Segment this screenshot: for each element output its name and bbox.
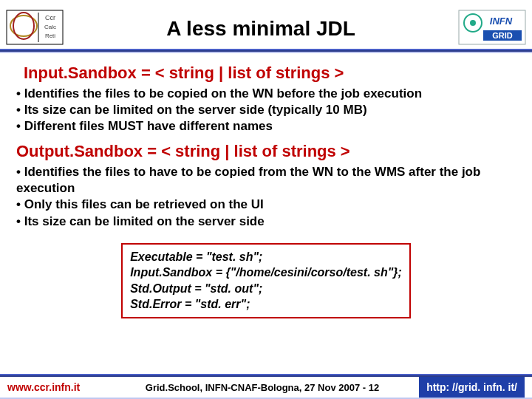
slide-body: Input.Sandbox = < string | list of strin… xyxy=(0,50,532,318)
output-sandbox-bullets: Identifies the files to have to be copie… xyxy=(16,164,516,229)
code-line: Executable = "test. sh"; xyxy=(130,249,402,265)
svg-text:Calc: Calc xyxy=(44,24,56,30)
svg-text:Ccr: Ccr xyxy=(45,14,55,21)
bullet-item: Its size can be limited on the server si… xyxy=(16,214,516,230)
bullet-item: Identifies the files to have to be copie… xyxy=(16,164,516,197)
input-sandbox-heading: Input.Sandbox = < string | list of strin… xyxy=(16,64,516,83)
slide-header: Ccr Calc Reti A less minimal JDL INFN GR… xyxy=(0,0,532,50)
svg-text:Reti: Reti xyxy=(45,33,55,39)
slide-footer: www.ccr.infn.it Grid.School, INFN-CNAF-B… xyxy=(0,374,532,399)
footer-right-container: http: //grid. infn. it/ xyxy=(414,377,532,398)
bullet-item: Only this files can be retrieved on the … xyxy=(16,197,516,213)
slide-title: A less minimal JDL xyxy=(64,14,458,41)
output-sandbox-heading: Output.Sandbox = < string | list of stri… xyxy=(16,142,516,161)
code-line: Std.Error = "std. err"; xyxy=(130,296,402,313)
code-example-container: Executable = "test. sh"; Input.Sandbox =… xyxy=(16,243,516,318)
bullet-item: Different files MUST have different name… xyxy=(16,118,516,134)
footer-center-text: Grid.School, INFN-CNAF-Bologna, 27 Nov 2… xyxy=(111,382,414,393)
bullet-item: Its size can be limited on the server si… xyxy=(16,102,516,118)
ccr-logo: Ccr Calc Reti xyxy=(6,9,64,46)
header-divider xyxy=(0,49,532,50)
code-example-box: Executable = "test. sh"; Input.Sandbox =… xyxy=(121,243,411,318)
code-line: Std.Output = "std. out"; xyxy=(130,281,402,297)
bullet-item: Identifies the files to be copied on the… xyxy=(16,86,516,102)
infn-grid-logo: INFN GRID xyxy=(458,9,526,46)
footer-right-link: http: //grid. infn. it/ xyxy=(419,377,525,398)
footer-left-link: www.ccr.infn.it xyxy=(0,381,111,393)
svg-point-9 xyxy=(470,20,476,26)
svg-text:GRID: GRID xyxy=(492,31,513,40)
code-line: Input.Sandbox = {"/home/cesini/corso/tes… xyxy=(130,265,402,281)
svg-text:INFN: INFN xyxy=(490,16,513,27)
input-sandbox-bullets: Identifies the files to be copied on the… xyxy=(16,86,516,134)
